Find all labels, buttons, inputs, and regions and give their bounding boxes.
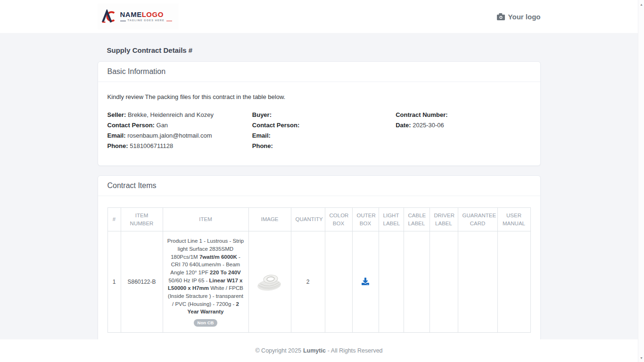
item-description: Product Line 1 - Lustrous - Strip light … (167, 237, 244, 316)
intro-text: Kindly review The packing files for this… (107, 93, 531, 100)
basic-information-title: Basic Information (98, 62, 540, 82)
contract-column: Contract Number: Date: 2025-30-06 (396, 110, 530, 151)
table-header-row: # ITEM NUMBER ITEM IMAGE QUANTITY COLOR … (107, 208, 530, 231)
col-header-item: ITEM (163, 208, 248, 231)
cell-index: 1 (107, 231, 121, 333)
copyright-text: © Copyright 2025 Lumytic - All Rights Re… (255, 347, 382, 354)
contract-items-title: Contract Items (98, 176, 540, 196)
your-logo-label: Your logo (508, 13, 541, 21)
scroll-down-icon[interactable]: ▼ (638, 354, 644, 361)
col-header-driver-label: DRIVER LABEL (429, 208, 458, 231)
col-header-item-number: ITEM NUMBER (121, 208, 163, 231)
col-header-color-box: COLOR BOX (325, 208, 352, 231)
contract-items-table: # ITEM NUMBER ITEM IMAGE QUANTITY COLOR … (107, 207, 531, 333)
col-header-guarantee-card: GUARANTEE CARD (458, 208, 497, 231)
cell-outer-box (352, 231, 379, 333)
cell-guarantee-card (458, 231, 497, 333)
col-header-index: # (107, 208, 121, 231)
contract-number-field: Contract Number: (396, 110, 530, 120)
product-photo[interactable] (256, 271, 283, 292)
cell-color-box (325, 231, 352, 333)
brand-tagline: TAGLINE GOES HERE (120, 19, 172, 22)
col-header-cable-label: CABLE LABEL (404, 208, 429, 231)
cell-item-number: S860122-B (121, 231, 163, 333)
download-icon (362, 278, 369, 285)
col-header-image: IMAGE (248, 208, 291, 231)
buyer-email-field: Email: (252, 131, 396, 141)
table-row: 1 S860122-B Product Line 1 - Lustrous - … (107, 231, 530, 333)
page-footer: © Copyright 2025 Lumytic - All Rights Re… (0, 339, 638, 362)
buyer-contact-person-field: Contact Person: (252, 120, 396, 131)
basic-information-card: Basic Information Kindly review The pack… (98, 61, 541, 166)
your-logo-placeholder: Your logo (497, 13, 541, 21)
page-title: Supply Contract Details # (98, 33, 541, 61)
buyer-field: Buyer: (252, 110, 396, 120)
col-header-user-manual: USER MANUAL (497, 208, 530, 231)
brand-name: NAMELOGO (120, 11, 172, 18)
contract-date-field: Date: 2025-30-06 (396, 120, 530, 131)
page-viewport: NAMELOGO TAGLINE GOES HERE Your logo Sup… (0, 0, 638, 362)
col-header-outer-box: OUTER BOX (352, 208, 379, 231)
non-cb-badge: Non CB (194, 319, 218, 327)
buyer-column: Buyer: Contact Person: Email: Phone: (252, 110, 396, 151)
copyright-brand: Lumytic (303, 347, 326, 354)
col-header-quantity: QUANTITY (291, 208, 325, 231)
buyer-phone-field: Phone: (252, 141, 396, 151)
seller-email-field: Email: rosenbaum.jalon@hotmail.com (107, 131, 252, 141)
info-grid: Seller: Brekke, Heidenreich and Kozey Co… (107, 110, 531, 151)
seller-column: Seller: Brekke, Heidenreich and Kozey Co… (107, 110, 252, 151)
copyright-prefix: © Copyright 2025 (255, 347, 301, 354)
cell-cable-label (404, 231, 429, 333)
top-navbar: NAMELOGO TAGLINE GOES HERE Your logo (0, 0, 638, 33)
seller-field: Seller: Brekke, Heidenreich and Kozey (107, 110, 252, 120)
cell-user-manual (497, 231, 530, 333)
col-header-light-label: LIGHT LABEL (379, 208, 404, 231)
copyright-suffix: - All Rights Reserved (328, 347, 383, 354)
camera-icon (497, 13, 505, 20)
brand-monogram-icon (101, 9, 116, 24)
cell-light-label (379, 231, 404, 333)
seller-contact-person-field: Contact Person: Gan (107, 120, 252, 131)
cell-image (248, 231, 291, 333)
vertical-scrollbar[interactable]: ▲ ▼ (638, 0, 644, 362)
brand-logo[interactable]: NAMELOGO TAGLINE GOES HERE (98, 3, 179, 30)
download-outer-box-button[interactable] (362, 278, 369, 285)
cell-quantity: 2 (291, 231, 325, 333)
cell-item-description: Product Line 1 - Lustrous - Strip light … (163, 231, 248, 333)
scroll-up-icon[interactable]: ▲ (638, 1, 644, 8)
cell-driver-label (429, 231, 458, 333)
seller-phone-field: Phone: 5181006711128 (107, 141, 252, 151)
contract-items-card: Contract Items # ITEM NUMBER ITEM (98, 175, 541, 349)
